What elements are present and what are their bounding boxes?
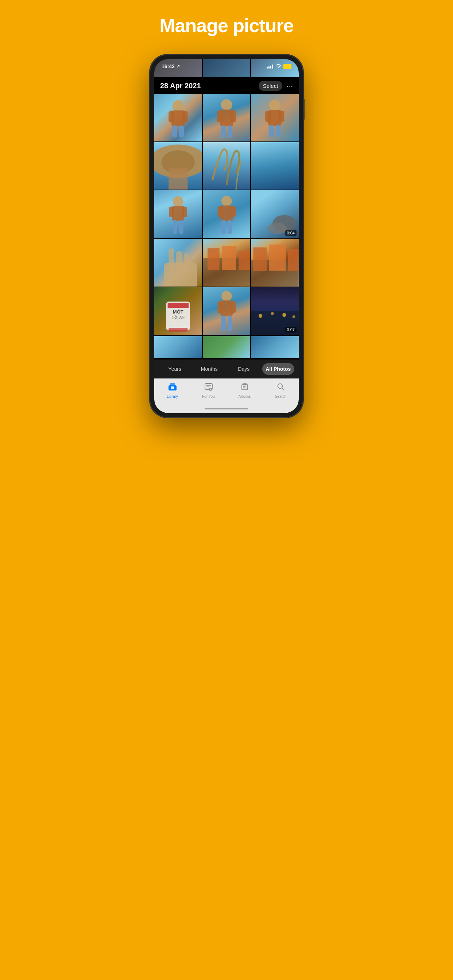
svg-rect-60 [222, 315, 226, 331]
svg-rect-58 [217, 301, 222, 313]
svg-rect-14 [221, 126, 225, 138]
page-title: Manage picture [160, 14, 293, 37]
nav-library-label: Library [167, 395, 178, 398]
svg-rect-55 [169, 328, 187, 331]
photo-cell[interactable] [251, 94, 299, 142]
svg-point-16 [269, 100, 281, 110]
svg-rect-50 [288, 250, 299, 271]
svg-rect-21 [276, 125, 281, 137]
phone-frame: 16:42 ↗ ⚡ [150, 55, 303, 417]
video-duration: 0:04 [285, 230, 297, 236]
svg-rect-19 [279, 111, 284, 122]
status-bar: 16:42 ↗ ⚡ [154, 59, 299, 72]
photo-cell[interactable] [203, 239, 250, 286]
photo-cell[interactable] [154, 94, 202, 142]
svg-rect-45 [222, 246, 236, 270]
svg-rect-20 [269, 125, 274, 137]
svg-rect-48 [254, 248, 267, 271]
status-icons: ⚡ [266, 64, 292, 69]
signal-bars [266, 64, 273, 68]
thumbnail-cell[interactable] [251, 336, 299, 358]
svg-rect-40 [169, 248, 174, 272]
thumbnail-strip [154, 335, 299, 360]
thumbnail-cell[interactable] [203, 336, 250, 358]
svg-rect-52 [168, 303, 188, 308]
library-icon [168, 382, 177, 393]
svg-rect-42 [184, 253, 188, 272]
svg-point-66 [292, 315, 295, 318]
svg-rect-27 [169, 207, 174, 217]
svg-rect-49 [269, 245, 286, 271]
photo-cell[interactable] [154, 142, 202, 190]
svg-text:HỘI AN: HỘI AN [172, 315, 185, 320]
svg-rect-18 [266, 111, 271, 122]
svg-rect-41 [176, 251, 182, 272]
wifi-icon [275, 64, 281, 69]
photo-cell[interactable]: MÓT HỘI AN [154, 287, 202, 335]
video-duration: 0:07 [285, 327, 297, 332]
svg-rect-13 [230, 110, 236, 123]
svg-point-63 [258, 314, 262, 318]
svg-point-64 [271, 312, 274, 315]
status-time: 16:42 ↗ [161, 64, 180, 69]
svg-rect-61 [228, 315, 232, 331]
svg-rect-34 [230, 206, 235, 217]
svg-rect-9 [179, 126, 184, 137]
svg-point-4 [172, 100, 184, 111]
svg-point-10 [221, 99, 232, 110]
thumbnail-cell[interactable] [154, 336, 202, 358]
photo-cell[interactable] [203, 142, 250, 190]
photo-cell[interactable] [203, 190, 250, 238]
svg-rect-30 [179, 220, 183, 234]
photo-cell[interactable] [154, 239, 202, 286]
battery-icon: ⚡ [283, 64, 292, 69]
photo-grid: 0:08 [154, 94, 299, 335]
photo-cell[interactable]: 0:07 [251, 287, 299, 335]
photo-cell[interactable]: 0:04 [251, 190, 299, 238]
svg-rect-69 [171, 387, 174, 389]
photo-cell[interactable]: 0:08 [251, 142, 299, 190]
svg-point-31 [222, 196, 232, 206]
date-label: 28 Apr 2021 [160, 82, 201, 90]
svg-rect-59 [230, 301, 235, 313]
home-bar [205, 408, 248, 409]
svg-rect-15 [228, 126, 232, 138]
nav-library[interactable]: Library [154, 382, 190, 398]
svg-rect-24 [169, 169, 187, 190]
svg-rect-36 [228, 220, 232, 234]
svg-rect-8 [172, 126, 177, 137]
svg-point-38 [268, 223, 287, 234]
svg-rect-35 [222, 220, 226, 234]
location-icon: ↗ [176, 64, 180, 69]
svg-rect-33 [217, 206, 222, 217]
svg-rect-12 [217, 110, 223, 123]
svg-rect-28 [182, 207, 187, 217]
phone-screen: 16:42 ↗ ⚡ [154, 59, 299, 413]
photo-cell[interactable] [203, 94, 250, 142]
photo-cell[interactable] [154, 190, 202, 238]
svg-rect-6 [169, 111, 174, 122]
svg-rect-46 [239, 251, 250, 270]
svg-point-25 [173, 197, 183, 207]
svg-rect-68 [170, 383, 175, 386]
photo-cell[interactable] [251, 239, 299, 286]
photo-cell[interactable] [203, 287, 250, 335]
svg-rect-29 [173, 220, 177, 234]
svg-point-56 [222, 291, 232, 301]
tab-years[interactable]: Years [159, 363, 191, 375]
svg-text:MÓT: MÓT [173, 309, 183, 315]
svg-rect-44 [207, 248, 220, 270]
svg-rect-7 [182, 111, 188, 122]
svg-point-65 [283, 313, 286, 317]
